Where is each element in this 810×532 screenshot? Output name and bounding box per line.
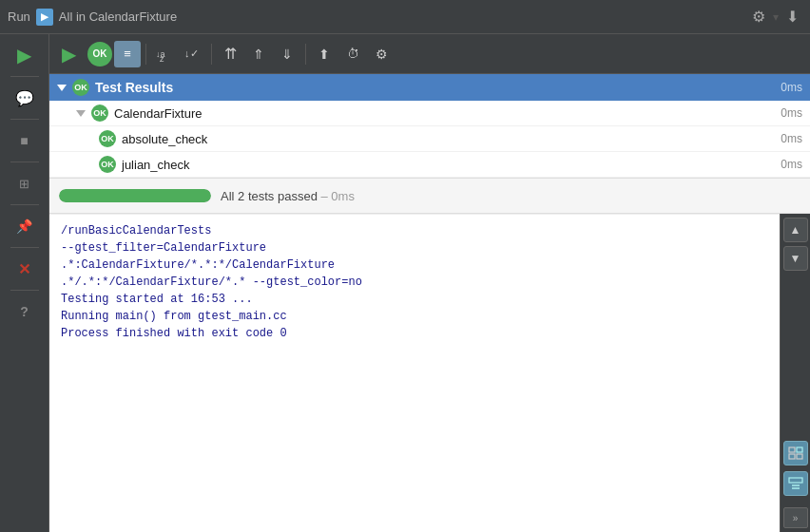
sidebar-pin-button[interactable]: 📌 (8, 209, 42, 243)
fixture-ok-badge: OK (91, 104, 108, 122)
sidebar-play-button[interactable]: ▶ (8, 38, 42, 72)
toolbar-sort-check-button[interactable]: ↓✓ (180, 41, 206, 67)
run-play-button[interactable]: ▶ (55, 41, 82, 67)
log-line-4: .*/.*:*/CalendarFixture/*.* --gtest_colo… (61, 274, 768, 291)
toolbar-clock-button[interactable]: ⏱ (339, 41, 366, 67)
test-results-header[interactable]: OK Test Results 0ms (49, 74, 810, 101)
test2-ok-badge: OK (99, 156, 116, 173)
toolbar-sep-2 (211, 44, 212, 65)
sidebar-stop-button[interactable]: ■ (8, 124, 42, 158)
svg-rect-4 (797, 447, 802, 452)
log-content: /runBasicCalendarTests --gtest_filter=Ca… (49, 214, 780, 532)
svg-rect-7 (789, 478, 802, 483)
sidebar-close-button[interactable]: ✕ (8, 252, 42, 286)
svg-rect-3 (789, 447, 795, 452)
scroll-up-button[interactable]: ▲ (783, 218, 808, 242)
test1-row[interactable]: OK absolute_check 0ms (49, 126, 810, 152)
scroll-expand-button-1[interactable] (783, 441, 808, 466)
scroll-down-button[interactable]: ▼ (783, 246, 808, 271)
test1-time: 0ms (781, 132, 802, 145)
status-separator: – (318, 189, 331, 203)
header-collapse-icon (57, 85, 67, 91)
log-area: /runBasicCalendarTests --gtest_filter=Ca… (49, 214, 810, 532)
test1-ok-badge: OK (99, 130, 116, 147)
sidebar-chat-button[interactable]: 💬 (8, 81, 42, 115)
scroll-more-button[interactable]: » (783, 507, 808, 528)
sidebar-separator-6 (10, 290, 39, 291)
progress-bar-container (59, 189, 211, 202)
toolbar-settings-button[interactable]: ⚙ (368, 41, 395, 67)
sidebar-separator-4 (10, 204, 39, 205)
header-ok-badge: OK (72, 79, 89, 96)
title-bar: Run ▶ All in CalendarFixture ⚙ ▾ ⬇ (0, 0, 810, 34)
toolbar-lines-button[interactable]: ≡ (114, 41, 141, 67)
window-title: All in CalendarFixture (59, 10, 177, 24)
test2-label: julian_check (122, 158, 781, 172)
toolbar-sep-3 (305, 44, 306, 65)
test2-row[interactable]: OK julian_check 0ms (49, 152, 810, 178)
toolbar-ok-button[interactable]: OK (87, 42, 112, 66)
log-line-3: .*:CalendarFixture/*.*:*/CalendarFixture (61, 256, 768, 274)
log-line-7: Process finished with exit code 0 (61, 325, 768, 342)
gear-settings-button[interactable]: ⚙ (748, 6, 769, 28)
content-area: ▶ OK ≡ ↓az ↓✓ ⇈ ⇑ ⇓ ⬆ ⏱ ⚙ (49, 34, 810, 532)
fixture-collapse-icon (76, 110, 86, 117)
sidebar-screen-button[interactable]: ⊞ (8, 166, 42, 200)
toolbar-sort-az-button[interactable]: ↓az (151, 41, 178, 67)
toolbar: ▶ OK ≡ ↓az ↓✓ ⇈ ⇑ ⇓ ⬆ ⏱ ⚙ (49, 34, 810, 74)
toolbar-up-top-button[interactable]: ⇈ (217, 41, 243, 67)
svg-rect-6 (797, 454, 802, 459)
log-line-6: Running main() from gtest_main.cc (61, 308, 768, 325)
toolbar-up-all-button[interactable]: ⇑ (245, 41, 272, 67)
download-button[interactable]: ⬇ (782, 6, 802, 28)
status-text: All 2 tests passed – 0ms (221, 189, 800, 203)
svg-rect-5 (789, 454, 795, 459)
svg-text:↓✓: ↓✓ (184, 48, 199, 59)
title-bar-right: ⚙ ▾ ⬇ (748, 6, 802, 28)
title-bar-left: Run ▶ All in CalendarFixture (8, 9, 177, 26)
log-scrollbar: ▲ ▼ » (780, 214, 810, 532)
log-line-2: --gtest_filter=CalendarFixture (61, 239, 768, 256)
run-label: Run (8, 10, 30, 24)
tree-area: OK Test Results 0ms OK CalendarFixture 0… (49, 74, 810, 178)
scroll-expand-button-2[interactable] (783, 471, 808, 496)
sidebar-separator-3 (10, 162, 39, 162)
log-line-1: /runBasicCalendarTests (61, 222, 768, 239)
svg-text:z: z (160, 54, 164, 63)
main-container: ▶ 💬 ■ ⊞ 📌 ✕ ? ▶ OK ≡ ↓az ↓✓ ⇈ ⇑ (0, 34, 810, 532)
test-results-time: 0ms (781, 81, 802, 94)
test1-label: absolute_check (122, 132, 781, 146)
toolbar-export-button[interactable]: ⬆ (311, 41, 338, 67)
toolbar-down-button[interactable]: ⇓ (274, 41, 300, 67)
sidebar-separator-1 (10, 76, 39, 77)
log-with-word: with (177, 327, 204, 340)
sidebar-separator-5 (10, 247, 39, 248)
toolbar-sep-1 (145, 44, 146, 65)
fixture-label: CalendarFixture (114, 106, 781, 121)
log-line-5: Testing started at 16:53 ... (61, 291, 768, 308)
test2-time: 0ms (781, 158, 802, 171)
sidebar-help-button[interactable]: ? (8, 294, 42, 329)
sidebar-separator-2 (10, 119, 39, 120)
run-icon: ▶ (36, 9, 53, 26)
fixture-time: 0ms (781, 106, 802, 120)
status-time: 0ms (331, 189, 355, 203)
sidebar: ▶ 💬 ■ ⊞ 📌 ✕ ? (0, 34, 49, 532)
test-panel: OK Test Results 0ms OK CalendarFixture 0… (49, 74, 810, 532)
progress-bar-fill (59, 189, 211, 202)
test-results-label: Test Results (95, 80, 781, 95)
status-bar: All 2 tests passed – 0ms (49, 178, 810, 214)
status-passed-label: All 2 tests passed (221, 189, 318, 203)
fixture-row[interactable]: OK CalendarFixture 0ms (49, 101, 810, 126)
